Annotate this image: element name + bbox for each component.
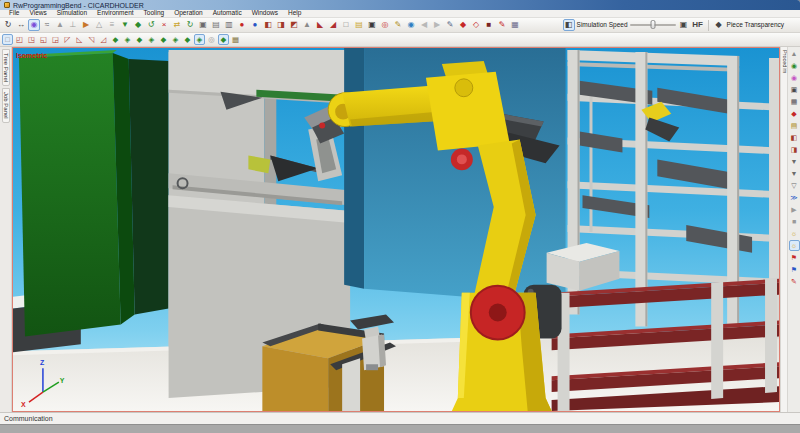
sign-path-icon[interactable]: ✎ — [789, 276, 800, 287]
piece-anchor-icon[interactable]: ⊥ — [67, 19, 79, 31]
hint-robot-icon[interactable]: ☼ — [789, 228, 800, 239]
grid-table-icon[interactable]: ▦ — [509, 19, 521, 31]
environment-menu[interactable]: Environment — [92, 10, 139, 17]
piece-align-icon[interactable]: ≡ — [106, 19, 118, 31]
rotate-cube-6-icon[interactable]: ◈ — [170, 34, 181, 45]
play-icon[interactable]: ▶ — [789, 204, 800, 215]
sheet-flip-icon[interactable]: ⇄ — [171, 19, 183, 31]
solid-cube-icon[interactable]: ◆ — [218, 34, 229, 45]
press-tools-icon[interactable]: ▦ — [789, 96, 800, 107]
tooling-menu[interactable]: Tooling — [139, 10, 170, 17]
draw-path-icon[interactable]: ✎ — [496, 19, 508, 31]
pan-view-icon[interactable]: ↔ — [15, 19, 27, 31]
rotate-cube-7-icon[interactable]: ◆ — [182, 34, 193, 45]
tree-panel-tab[interactable]: Tree Panel — [2, 49, 10, 86]
new-file-icon[interactable]: □ — [340, 19, 352, 31]
save-view-icon[interactable]: ▣ — [678, 19, 690, 31]
view-back-icon[interactable]: ◳ — [26, 34, 37, 45]
simulation-speed-slider[interactable] — [630, 20, 676, 30]
rotate-cube-2-icon[interactable]: ◈ — [122, 34, 133, 45]
orbit-view-icon[interactable]: ↻ — [2, 19, 14, 31]
rotate-cube-4-icon[interactable]: ◈ — [146, 34, 157, 45]
rotate-cube-5-icon[interactable]: ◆ — [158, 34, 169, 45]
operation-menu[interactable]: Operation — [169, 10, 208, 17]
robot-pink-icon[interactable]: ◉ — [789, 72, 800, 83]
viewport-3d[interactable]: Isometric — [12, 47, 780, 412]
press-station-icon[interactable]: ▣ — [197, 19, 209, 31]
trace-blue-icon[interactable]: ● — [249, 19, 261, 31]
simulation-speed-thumb[interactable] — [650, 20, 655, 29]
station-b-icon[interactable]: ◨ — [789, 144, 800, 155]
edit-cell-icon[interactable]: ✎ — [392, 19, 404, 31]
view-bottom-icon[interactable]: ◺ — [74, 34, 85, 45]
operator-icon[interactable]: ▲ — [301, 19, 313, 31]
views-menu[interactable]: Views — [24, 10, 51, 17]
trace-red-icon[interactable]: ● — [236, 19, 248, 31]
clamp-left-icon[interactable]: ◣ — [314, 19, 326, 31]
piece-up-icon[interactable]: ▲ — [54, 19, 66, 31]
clamp-right-icon[interactable]: ◢ — [327, 19, 339, 31]
robot-alarm-icon[interactable]: ◆ — [789, 108, 800, 119]
robot-home-icon[interactable]: ◉ — [789, 60, 800, 71]
check-cube-icon[interactable]: ◈ — [194, 34, 205, 45]
press-gold-icon[interactable]: ▤ — [789, 120, 800, 131]
report-icon[interactable]: ✎ — [444, 19, 456, 31]
gripper-a-icon[interactable]: ▼ — [789, 156, 800, 167]
undo-icon[interactable]: ◀ — [418, 19, 430, 31]
rotate-cube-3-icon[interactable]: ◆ — [134, 34, 145, 45]
view-front-icon[interactable]: ◰ — [14, 34, 25, 45]
robot-jog-icon[interactable]: ◇ — [470, 19, 482, 31]
gripper-c-icon[interactable]: ▽ — [789, 180, 800, 191]
bend-sim-icon[interactable]: ◆ — [132, 19, 144, 31]
timeline-icon[interactable]: ◧ — [563, 19, 575, 31]
press-front-icon[interactable]: ▣ — [789, 84, 800, 95]
toolsetup-c-icon[interactable]: ◩ — [288, 19, 300, 31]
gripper-b-icon[interactable]: ▼ — [789, 168, 800, 179]
view-right-icon[interactable]: ◲ — [50, 34, 61, 45]
station-a-icon[interactable]: ◧ — [789, 132, 800, 143]
windows-menu[interactable]: Windows — [247, 10, 283, 17]
zoom-select-icon[interactable]: ◉ — [28, 19, 40, 31]
open-file-icon[interactable]: ▤ — [353, 19, 365, 31]
toolsetup-a-icon[interactable]: ◧ — [262, 19, 274, 31]
cell-box-icon[interactable]: ■ — [483, 19, 495, 31]
job-panel-tab[interactable]: Job Panel — [2, 88, 10, 123]
press-close-icon[interactable]: ▥ — [223, 19, 235, 31]
view-iso-a-icon[interactable]: ◹ — [86, 34, 97, 45]
flag-blue-icon[interactable]: ⚑ — [789, 264, 800, 275]
redo-icon[interactable]: ▶ — [431, 19, 443, 31]
shade-sphere-icon[interactable]: ◎ — [206, 34, 217, 45]
stop-icon[interactable]: ■ — [789, 216, 800, 227]
simulation-menu[interactable]: Simulation — [52, 10, 92, 17]
sheet-turn-icon[interactable]: ↺ — [145, 19, 157, 31]
robot-transparency-icon[interactable]: ◆ — [713, 19, 725, 31]
automatic-menu[interactable]: Automatic — [208, 10, 247, 17]
view-custom-icon[interactable]: □ — [2, 34, 13, 45]
toolsetup-b-icon[interactable]: ◨ — [275, 19, 287, 31]
help-menu[interactable]: Help — [283, 10, 306, 17]
piece-pick-icon[interactable]: ▶ — [80, 19, 92, 31]
piece-rotate-icon[interactable]: △ — [93, 19, 105, 31]
flag-red-icon[interactable]: ⚑ — [789, 252, 800, 263]
cycle-icon[interactable]: ↻ — [184, 19, 196, 31]
press-open-icon[interactable]: ▤ — [210, 19, 222, 31]
view-left-icon[interactable]: ◱ — [38, 34, 49, 45]
light-icon[interactable]: ☼ — [789, 240, 800, 251]
rotate-cube-1-icon[interactable]: ◆ — [110, 34, 121, 45]
view-iso-b-icon[interactable]: ◿ — [98, 34, 109, 45]
right-panel-tab[interactable]: Procedim — [780, 47, 787, 412]
file-menu[interactable]: File — [4, 10, 24, 17]
flythrough-icon[interactable]: ≈ — [41, 19, 53, 31]
hf-view-icon[interactable]: HF — [692, 19, 704, 31]
table-top-icon[interactable]: ▦ — [230, 34, 241, 45]
save-file-icon[interactable]: ▣ — [366, 19, 378, 31]
target-icon[interactable]: ◎ — [379, 19, 391, 31]
robot-setup-icon[interactable]: ◆ — [457, 19, 469, 31]
sheet-remove-icon[interactable]: × — [158, 19, 170, 31]
scroll-up-icon[interactable]: ▲ — [789, 48, 800, 59]
globe-icon[interactable]: ◉ — [405, 19, 417, 31]
step-forward-icon[interactable]: ≫ — [789, 192, 800, 203]
axis-y-label: Y — [60, 377, 65, 384]
view-top-icon[interactable]: ◸ — [62, 34, 73, 45]
load-sheet-icon[interactable]: ▼ — [119, 19, 131, 31]
